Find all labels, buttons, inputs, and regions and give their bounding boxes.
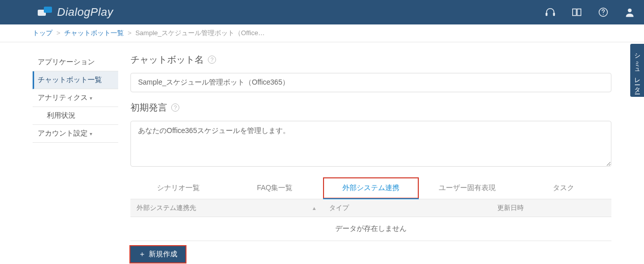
tab-user-expression[interactable]: ユーザー固有表現	[419, 177, 515, 199]
svg-rect-1	[44, 7, 52, 13]
initial-utterance-label: 初期発言 ?	[130, 101, 611, 114]
sidebar-item-application[interactable]: アプリケーション	[33, 54, 118, 71]
book-icon[interactable]	[571, 6, 583, 18]
sort-asc-icon: ▲	[312, 205, 317, 211]
sidebar-item-label: アプリケーション	[38, 58, 95, 67]
label-text: 初期発言	[130, 101, 167, 114]
chevron-right-icon: >	[127, 29, 131, 37]
chatbot-name-input[interactable]	[130, 73, 611, 92]
sidebar-item-account[interactable]: アカウント設定 ▾	[33, 125, 118, 143]
brand-name: DialogPlay	[57, 6, 113, 19]
sidebar-item-label: 利用状況	[47, 111, 75, 119]
external-system-table: 外部システム連携先 ▲ タイプ 更新日時 データが存在しません	[130, 199, 611, 241]
table-empty-message: データが存在しません	[130, 217, 611, 241]
app-header: DialogPlay	[0, 0, 644, 24]
svg-rect-2	[546, 13, 548, 16]
header-icons	[544, 6, 636, 18]
tab-scenario[interactable]: シナリオ一覧	[130, 177, 227, 199]
breadcrumb-top[interactable]: トップ	[33, 29, 52, 37]
chatbot-name-label: チャットボット名 ?	[130, 54, 611, 66]
brand[interactable]: DialogPlay	[38, 6, 113, 19]
chevron-right-icon: >	[57, 29, 61, 37]
column-label: タイプ	[329, 203, 349, 213]
initial-utterance-textarea[interactable]	[130, 121, 611, 167]
user-icon[interactable]	[624, 6, 636, 18]
column-updated[interactable]: 更新日時	[491, 199, 611, 217]
sidebar: アプリケーション チャットボット一覧 アナリティクス ▾ 利用状況 アカウント設…	[33, 54, 118, 262]
column-destination[interactable]: 外部システム連携先 ▲	[130, 199, 323, 217]
svg-rect-3	[553, 13, 555, 16]
tabs: シナリオ一覧 FAQ集一覧 外部システム連携 ユーザー固有表現 タスク	[130, 177, 611, 199]
svg-point-5	[603, 14, 604, 15]
label-text: チャットボット名	[130, 54, 204, 66]
help-circle-icon[interactable]: ?	[208, 56, 216, 64]
column-label: 更新日時	[497, 203, 524, 213]
sidebar-item-usage[interactable]: 利用状況	[33, 107, 118, 125]
breadcrumb: トップ > チャットボット一覧 > Sample_スケジュール管理ボット（Off…	[0, 24, 644, 42]
sidebar-item-label: アナリティクス	[38, 93, 88, 102]
caret-down-icon: ▾	[90, 131, 92, 137]
caret-down-icon: ▾	[90, 95, 92, 101]
sidebar-item-chatbot-list[interactable]: チャットボット一覧	[33, 71, 118, 89]
new-button-label: 新規作成	[149, 250, 177, 259]
brand-logo-icon	[38, 7, 52, 18]
breadcrumb-current: Sample_スケジュール管理ボット（Office…	[136, 29, 265, 37]
column-type[interactable]: タイプ	[323, 199, 491, 217]
tab-external-system[interactable]: 外部システム連携	[323, 177, 419, 199]
headset-icon[interactable]	[544, 6, 556, 18]
sidebar-item-label: チャットボット一覧	[38, 75, 102, 85]
help-circle-icon[interactable]: ?	[171, 103, 179, 112]
sidebar-item-label: アカウント設定	[38, 129, 88, 138]
column-label: 外部システム連携先	[137, 203, 196, 213]
simulator-side-tab[interactable]: シミュレーター	[630, 44, 644, 97]
breadcrumb-list[interactable]: チャットボット一覧	[64, 29, 124, 37]
tab-task[interactable]: タスク	[515, 177, 611, 199]
main-content: チャットボット名 ? 初期発言 ? シナリオ一覧 FAQ集一覧 外部システム連携…	[130, 54, 611, 262]
table-header: 外部システム連携先 ▲ タイプ 更新日時	[130, 199, 611, 217]
svg-point-6	[628, 9, 631, 12]
plus-icon: ＋	[139, 250, 146, 259]
sidebar-item-analytics[interactable]: アナリティクス ▾	[33, 89, 118, 107]
help-icon[interactable]	[597, 6, 609, 18]
tab-faq[interactable]: FAQ集一覧	[227, 177, 323, 199]
new-button[interactable]: ＋ 新規作成	[130, 246, 185, 262]
